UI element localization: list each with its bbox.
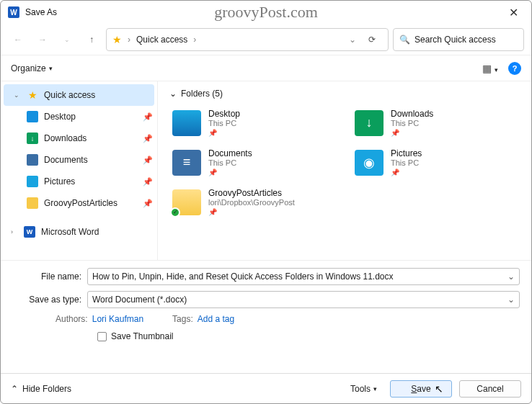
desktop-icon <box>27 111 38 122</box>
sidebar-item-label: Quick access <box>44 90 95 100</box>
pictures-icon: ◉ <box>355 150 384 176</box>
pin-icon: 📌 <box>208 169 252 176</box>
chevron-right-icon: › <box>11 228 18 235</box>
word-app-icon: W <box>8 6 19 18</box>
sidebar-item-quick-access[interactable]: ⌄ ★ Quick access <box>4 84 154 106</box>
up-button[interactable]: ↑ <box>81 30 102 50</box>
folder-tile-desktop[interactable]: DesktopThis PC📌 <box>169 106 337 140</box>
star-icon: ★ <box>27 89 38 101</box>
download-icon: ↓ <box>27 133 38 144</box>
recent-dropdown[interactable]: ⌄ <box>57 30 77 50</box>
sidebar: ⌄ ★ Quick access Desktop 📌 ↓ Downloads 📌… <box>1 81 158 260</box>
chevron-right-icon: › <box>193 35 196 45</box>
refresh-button[interactable]: ⟳ <box>362 35 382 45</box>
tags-value[interactable]: Add a tag <box>198 314 234 324</box>
word-icon: W <box>24 226 35 238</box>
footer: ⌃Hide Folders Tools▾ Save Cancel <box>1 373 531 403</box>
checkbox-icon <box>97 332 107 341</box>
sidebar-item-desktop[interactable]: Desktop 📌 <box>1 106 157 127</box>
desktop-icon <box>172 110 201 136</box>
folder-icon: ✓ <box>172 189 201 215</box>
save-button[interactable]: Save <box>390 380 452 398</box>
filename-label: File name: <box>12 271 81 282</box>
form-area: File name: How to Pin, Unpin, Hide, and … <box>1 260 531 346</box>
sidebar-item-label: Pictures <box>44 176 75 187</box>
close-icon[interactable]: ✕ <box>503 3 524 22</box>
pictures-icon <box>27 176 38 187</box>
sidebar-item-groovypost[interactable]: GroovyPostArticles 📌 <box>1 192 157 214</box>
chevron-down-icon[interactable]: ⌄ <box>507 295 515 305</box>
toolbar: Organize▾ ▦ ▾ ? <box>1 55 531 81</box>
back-button[interactable]: ← <box>8 30 28 50</box>
authors-value[interactable]: Lori Kaufman <box>92 314 143 324</box>
sidebar-item-label: Downloads <box>44 133 87 143</box>
address-bar[interactable]: ★ › Quick access › ⌄ ⟳ <box>106 28 389 51</box>
search-icon: 🔍 <box>399 35 410 45</box>
cancel-button[interactable]: Cancel <box>459 380 521 398</box>
download-icon: ↓ <box>355 110 384 136</box>
content-pane[interactable]: ⌄ Folders (5) DesktopThis PC📌 ↓ Download… <box>158 81 531 260</box>
chevron-down-icon: ⌄ <box>169 89 177 99</box>
folder-icon <box>27 197 38 209</box>
address-path: Quick access <box>136 35 187 45</box>
folder-tile-downloads[interactable]: ↓ DownloadsThis PC📌 <box>352 106 520 140</box>
chevron-down-icon: ⌄ <box>14 91 21 99</box>
search-placeholder: Search Quick access <box>414 35 496 45</box>
sync-badge-icon: ✓ <box>170 207 180 217</box>
savetype-label: Save as type: <box>12 295 81 305</box>
document-icon <box>27 154 38 166</box>
savetype-dropdown[interactable]: Word Document (*.docx)⌄ <box>87 291 520 308</box>
authors-label: Authors: <box>56 314 88 324</box>
pin-icon: 📌 <box>208 208 295 216</box>
pin-icon: 📌 <box>391 169 422 176</box>
window-title: Save As <box>25 7 57 17</box>
pin-icon: 📌 <box>143 112 153 122</box>
chevron-right-icon: › <box>128 35 130 45</box>
nav-row: ← → ⌄ ↑ ★ › Quick access › ⌄ ⟳ 🔍 Search … <box>1 24 531 55</box>
pin-icon: 📌 <box>391 129 433 137</box>
sidebar-item-pictures[interactable]: Pictures 📌 <box>1 171 157 192</box>
filename-input[interactable]: How to Pin, Unpin, Hide, and Reset Quick… <box>87 268 520 285</box>
pin-icon: 📌 <box>143 134 153 143</box>
sidebar-item-label: GroovyPostArticles <box>44 198 118 208</box>
document-icon: ≡ <box>172 150 201 176</box>
pin-icon: 📌 <box>208 129 240 137</box>
search-input[interactable]: 🔍 Search Quick access <box>393 28 524 51</box>
pin-icon: 📌 <box>143 177 153 187</box>
sidebar-item-word[interactable]: › W Microsoft Word <box>1 221 157 243</box>
sidebar-item-label: Desktop <box>44 112 76 122</box>
tags-label: Tags: <box>172 314 193 324</box>
pin-icon: 📌 <box>143 156 153 165</box>
tools-menu[interactable]: Tools▾ <box>350 384 377 394</box>
chevron-down-icon[interactable]: ⌄ <box>507 271 515 282</box>
star-icon: ★ <box>112 34 122 45</box>
titlebar: W Save As ✕ <box>1 1 531 24</box>
sidebar-item-label: Documents <box>44 155 88 165</box>
sidebar-item-label: Microsoft Word <box>41 227 99 237</box>
view-options-button[interactable]: ▦ ▾ <box>482 63 498 74</box>
folder-tile-pictures[interactable]: ◉ PicturesThis PC📌 <box>352 145 520 179</box>
sidebar-item-downloads[interactable]: ↓ Downloads 📌 <box>1 127 157 149</box>
folders-group-header[interactable]: ⌄ Folders (5) <box>169 89 520 99</box>
save-thumbnail-checkbox[interactable]: Save Thumbnail <box>12 331 520 341</box>
folder-tile-documents[interactable]: ≡ DocumentsThis PC📌 <box>169 145 337 179</box>
chevron-down-icon[interactable]: ⌄ <box>349 35 356 45</box>
sidebar-item-documents[interactable]: Documents 📌 <box>1 149 157 171</box>
chevron-up-icon: ⌃ <box>11 384 18 394</box>
pin-icon: 📌 <box>143 199 153 208</box>
forward-button[interactable]: → <box>32 30 53 50</box>
hide-folders-button[interactable]: ⌃Hide Folders <box>11 384 71 394</box>
help-button[interactable]: ? <box>508 62 521 75</box>
folder-tile-groovypost[interactable]: ✓ GroovyPostArticleslori\Dropbox\GroovyP… <box>169 185 337 219</box>
organize-menu[interactable]: Organize▾ <box>11 63 53 73</box>
